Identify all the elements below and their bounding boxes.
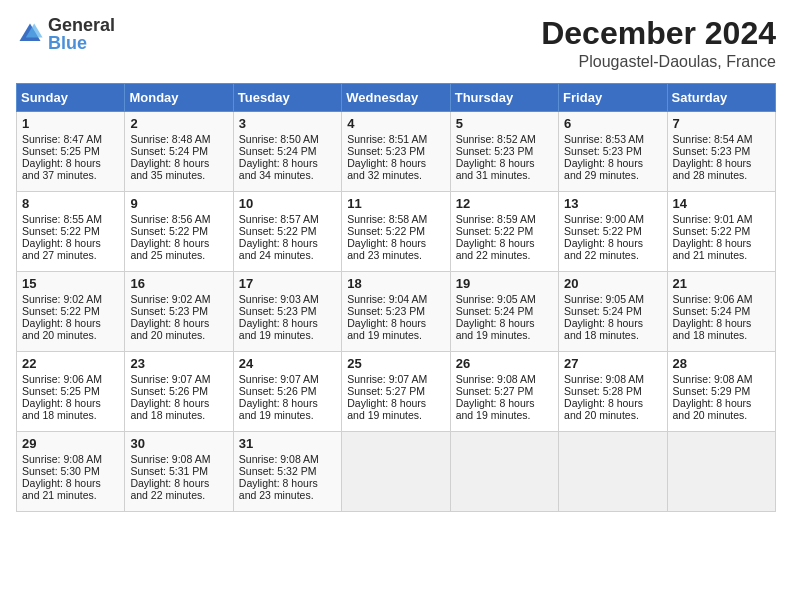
sunrise-label: Sunrise: 9:00 AM <box>564 213 644 225</box>
calendar-cell: 1Sunrise: 8:47 AMSunset: 5:25 PMDaylight… <box>17 112 125 192</box>
sunset-label: Sunset: 5:24 PM <box>564 305 642 317</box>
daylight-label: Daylight: 8 hours and 19 minutes. <box>456 317 535 341</box>
title-block: December 2024 Plougastel-Daoulas, France <box>541 16 776 71</box>
sunset-label: Sunset: 5:23 PM <box>347 305 425 317</box>
sunrise-label: Sunrise: 9:05 AM <box>456 293 536 305</box>
calendar-cell: 27Sunrise: 9:08 AMSunset: 5:28 PMDayligh… <box>559 352 667 432</box>
day-number: 13 <box>564 196 661 211</box>
day-number: 29 <box>22 436 119 451</box>
sunset-label: Sunset: 5:22 PM <box>564 225 642 237</box>
sunset-label: Sunset: 5:22 PM <box>347 225 425 237</box>
sunset-label: Sunset: 5:22 PM <box>22 305 100 317</box>
calendar-cell: 26Sunrise: 9:08 AMSunset: 5:27 PMDayligh… <box>450 352 558 432</box>
calendar-cell: 18Sunrise: 9:04 AMSunset: 5:23 PMDayligh… <box>342 272 450 352</box>
day-number: 1 <box>22 116 119 131</box>
sunset-label: Sunset: 5:22 PM <box>456 225 534 237</box>
sunrise-label: Sunrise: 8:51 AM <box>347 133 427 145</box>
calendar-cell: 30Sunrise: 9:08 AMSunset: 5:31 PMDayligh… <box>125 432 233 512</box>
day-number: 2 <box>130 116 227 131</box>
calendar-cell: 19Sunrise: 9:05 AMSunset: 5:24 PMDayligh… <box>450 272 558 352</box>
sunrise-label: Sunrise: 8:59 AM <box>456 213 536 225</box>
calendar-cell: 10Sunrise: 8:57 AMSunset: 5:22 PMDayligh… <box>233 192 341 272</box>
day-number: 10 <box>239 196 336 211</box>
sunrise-label: Sunrise: 9:02 AM <box>22 293 102 305</box>
sunrise-label: Sunrise: 8:50 AM <box>239 133 319 145</box>
sunrise-label: Sunrise: 8:58 AM <box>347 213 427 225</box>
sunrise-label: Sunrise: 9:07 AM <box>130 373 210 385</box>
daylight-label: Daylight: 8 hours and 19 minutes. <box>347 317 426 341</box>
daylight-label: Daylight: 8 hours and 20 minutes. <box>130 317 209 341</box>
sunrise-label: Sunrise: 9:08 AM <box>130 453 210 465</box>
day-number: 25 <box>347 356 444 371</box>
day-number: 22 <box>22 356 119 371</box>
daylight-label: Daylight: 8 hours and 19 minutes. <box>456 397 535 421</box>
sunrise-label: Sunrise: 9:08 AM <box>22 453 102 465</box>
logo: General Blue <box>16 16 115 52</box>
calendar-week-row: 15Sunrise: 9:02 AMSunset: 5:22 PMDayligh… <box>17 272 776 352</box>
day-number: 11 <box>347 196 444 211</box>
calendar-header-row: SundayMondayTuesdayWednesdayThursdayFrid… <box>17 84 776 112</box>
day-number: 3 <box>239 116 336 131</box>
calendar-day-header: Sunday <box>17 84 125 112</box>
sunrise-label: Sunrise: 8:56 AM <box>130 213 210 225</box>
calendar-cell: 8Sunrise: 8:55 AMSunset: 5:22 PMDaylight… <box>17 192 125 272</box>
calendar-cell: 13Sunrise: 9:00 AMSunset: 5:22 PMDayligh… <box>559 192 667 272</box>
daylight-label: Daylight: 8 hours and 22 minutes. <box>456 237 535 261</box>
sunrise-label: Sunrise: 8:52 AM <box>456 133 536 145</box>
day-number: 4 <box>347 116 444 131</box>
sunset-label: Sunset: 5:22 PM <box>673 225 751 237</box>
calendar-cell: 29Sunrise: 9:08 AMSunset: 5:30 PMDayligh… <box>17 432 125 512</box>
sunset-label: Sunset: 5:27 PM <box>456 385 534 397</box>
day-number: 18 <box>347 276 444 291</box>
day-number: 12 <box>456 196 553 211</box>
calendar-day-header: Tuesday <box>233 84 341 112</box>
location-title: Plougastel-Daoulas, France <box>541 53 776 71</box>
sunset-label: Sunset: 5:31 PM <box>130 465 208 477</box>
sunrise-label: Sunrise: 8:54 AM <box>673 133 753 145</box>
day-number: 31 <box>239 436 336 451</box>
day-number: 26 <box>456 356 553 371</box>
calendar-day-header: Saturday <box>667 84 775 112</box>
sunset-label: Sunset: 5:30 PM <box>22 465 100 477</box>
logo-blue-text: Blue <box>48 33 87 53</box>
calendar-cell: 5Sunrise: 8:52 AMSunset: 5:23 PMDaylight… <box>450 112 558 192</box>
calendar-cell: 22Sunrise: 9:06 AMSunset: 5:25 PMDayligh… <box>17 352 125 432</box>
daylight-label: Daylight: 8 hours and 28 minutes. <box>673 157 752 181</box>
daylight-label: Daylight: 8 hours and 24 minutes. <box>239 237 318 261</box>
daylight-label: Daylight: 8 hours and 21 minutes. <box>22 477 101 501</box>
sunset-label: Sunset: 5:23 PM <box>130 305 208 317</box>
daylight-label: Daylight: 8 hours and 18 minutes. <box>564 317 643 341</box>
calendar-cell <box>342 432 450 512</box>
sunrise-label: Sunrise: 9:06 AM <box>22 373 102 385</box>
calendar-cell: 2Sunrise: 8:48 AMSunset: 5:24 PMDaylight… <box>125 112 233 192</box>
calendar-day-header: Friday <box>559 84 667 112</box>
sunrise-label: Sunrise: 9:08 AM <box>239 453 319 465</box>
daylight-label: Daylight: 8 hours and 35 minutes. <box>130 157 209 181</box>
sunrise-label: Sunrise: 9:01 AM <box>673 213 753 225</box>
calendar-cell: 7Sunrise: 8:54 AMSunset: 5:23 PMDaylight… <box>667 112 775 192</box>
sunrise-label: Sunrise: 8:47 AM <box>22 133 102 145</box>
day-number: 30 <box>130 436 227 451</box>
sunrise-label: Sunrise: 9:02 AM <box>130 293 210 305</box>
daylight-label: Daylight: 8 hours and 19 minutes. <box>239 317 318 341</box>
calendar-cell: 15Sunrise: 9:02 AMSunset: 5:22 PMDayligh… <box>17 272 125 352</box>
sunrise-label: Sunrise: 8:55 AM <box>22 213 102 225</box>
sunrise-label: Sunrise: 8:48 AM <box>130 133 210 145</box>
calendar-cell: 23Sunrise: 9:07 AMSunset: 5:26 PMDayligh… <box>125 352 233 432</box>
sunrise-label: Sunrise: 9:06 AM <box>673 293 753 305</box>
daylight-label: Daylight: 8 hours and 18 minutes. <box>673 317 752 341</box>
sunrise-label: Sunrise: 8:53 AM <box>564 133 644 145</box>
sunset-label: Sunset: 5:22 PM <box>22 225 100 237</box>
daylight-label: Daylight: 8 hours and 27 minutes. <box>22 237 101 261</box>
daylight-label: Daylight: 8 hours and 19 minutes. <box>239 397 318 421</box>
sunrise-label: Sunrise: 9:07 AM <box>239 373 319 385</box>
calendar-cell: 20Sunrise: 9:05 AMSunset: 5:24 PMDayligh… <box>559 272 667 352</box>
sunset-label: Sunset: 5:23 PM <box>347 145 425 157</box>
daylight-label: Daylight: 8 hours and 29 minutes. <box>564 157 643 181</box>
daylight-label: Daylight: 8 hours and 22 minutes. <box>564 237 643 261</box>
calendar-cell: 21Sunrise: 9:06 AMSunset: 5:24 PMDayligh… <box>667 272 775 352</box>
daylight-label: Daylight: 8 hours and 32 minutes. <box>347 157 426 181</box>
sunset-label: Sunset: 5:27 PM <box>347 385 425 397</box>
sunrise-label: Sunrise: 8:57 AM <box>239 213 319 225</box>
calendar-week-row: 22Sunrise: 9:06 AMSunset: 5:25 PMDayligh… <box>17 352 776 432</box>
